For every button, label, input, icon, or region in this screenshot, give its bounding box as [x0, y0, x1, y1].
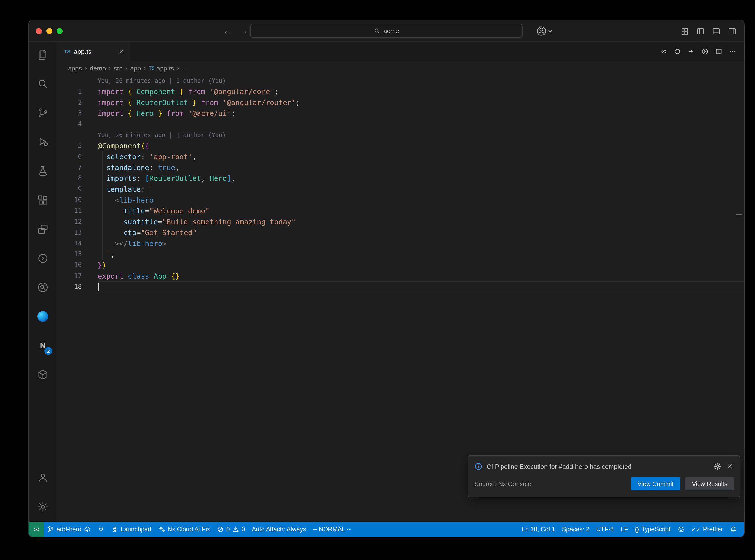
sidebar-item-edge-tools[interactable]: [28, 304, 57, 329]
sidebar-item-code-search[interactable]: [28, 275, 57, 300]
open-changes-icon[interactable]: [660, 47, 667, 55]
breadcrumb-item[interactable]: …: [182, 64, 188, 72]
sidebar-item-gitlens[interactable]: [28, 245, 57, 271]
code-line-text: <lib-hero: [98, 195, 744, 205]
formatter-status[interactable]: ✓✓ Prettier: [688, 522, 727, 537]
code-line[interactable]: 8 imports: [RouterOutlet, Hero],: [57, 173, 744, 184]
code-line[interactable]: 4: [57, 119, 744, 129]
sidebar-item-nx-console[interactable]: N 2: [28, 333, 57, 358]
customize-layout-icon[interactable]: [680, 27, 689, 35]
notifications-status[interactable]: [727, 522, 740, 537]
code-line[interactable]: 3import { Hero } from '@acme/ui';: [57, 108, 744, 119]
navigate-back-button[interactable]: ←: [223, 26, 232, 36]
navigate-forward-button[interactable]: →: [240, 26, 248, 36]
sidebar-item-remote-windows[interactable]: [28, 216, 57, 242]
breadcrumb-item[interactable]: app: [130, 64, 141, 72]
toggle-secondary-sidebar-icon[interactable]: [728, 27, 736, 35]
command-center-search[interactable]: acme: [250, 24, 523, 38]
breadcrumb-item[interactable]: demo: [90, 64, 106, 72]
sidebar-item-source-control[interactable]: [28, 100, 57, 126]
breadcrumb-item[interactable]: src: [114, 64, 122, 72]
code-line[interactable]: 18: [57, 281, 744, 292]
code-line[interactable]: 2import { RouterOutlet } from '@angular/…: [57, 97, 744, 108]
auto-attach-label: Auto Attach: Always: [252, 526, 306, 533]
branch-status[interactable]: add-hero: [44, 522, 94, 537]
code-line[interactable]: 10 <lib-hero: [57, 195, 744, 205]
code-line[interactable]: 15 `,: [57, 249, 744, 260]
cursor-position-status[interactable]: Ln 18, Col 1: [518, 522, 558, 537]
remote-indicator[interactable]: ><: [28, 522, 44, 537]
line-number: 17: [57, 271, 82, 281]
run-debug-icon: [37, 136, 48, 148]
blame-lens-text: You, 26 minutes ago | 1 author (You): [98, 75, 744, 86]
language-mode-status[interactable]: {} TypeScript: [631, 522, 674, 537]
close-window-button[interactable]: [36, 28, 42, 34]
close-tab-icon[interactable]: [117, 47, 125, 55]
notification-settings-icon[interactable]: [714, 462, 721, 470]
code-line[interactable]: 17export class App {}: [57, 271, 744, 281]
code-line[interactable]: 14 ></lib-hero>: [57, 238, 744, 249]
feedback-smiley-icon: [677, 526, 684, 533]
code-line[interactable]: 7 standalone: true,: [57, 162, 744, 173]
breadcrumb-item[interactable]: apps: [68, 64, 82, 72]
blame-lens-row[interactable]: You, 26 minutes ago | 1 author (You): [57, 129, 744, 140]
minimize-window-button[interactable]: [46, 28, 52, 34]
nx-icon: N: [40, 341, 45, 350]
run-file-icon[interactable]: [688, 47, 695, 55]
eol-status[interactable]: LF: [617, 522, 631, 537]
toggle-blame-icon[interactable]: [674, 47, 681, 55]
code-editor[interactable]: You, 26 minutes ago | 1 author (You)1imp…: [57, 75, 744, 522]
info-icon: [474, 462, 482, 470]
sidebar-item-containers[interactable]: [28, 362, 57, 387]
blame-lens-row[interactable]: You, 26 minutes ago | 1 author (You): [57, 75, 744, 86]
line-number: 18: [57, 281, 82, 292]
auto-attach-status[interactable]: Auto Attach: Always: [249, 522, 310, 537]
split-editor-icon[interactable]: [715, 47, 722, 55]
launchpad-status[interactable]: Launchpad: [108, 522, 155, 537]
error-count: 0: [226, 526, 230, 533]
encoding-status[interactable]: UTF-8: [593, 522, 617, 537]
ports-status[interactable]: [94, 522, 108, 537]
title-bar: ← → acme: [28, 20, 744, 42]
sidebar-item-run-debug[interactable]: [28, 129, 57, 155]
tab-app-ts[interactable]: TS app.ts: [57, 42, 130, 61]
code-line[interactable]: 9 template: `: [57, 184, 744, 195]
view-commit-button[interactable]: View Commit: [631, 477, 680, 491]
extensions-icon: [37, 194, 48, 206]
vscode-window: ← → acme: [28, 20, 744, 537]
sidebar-item-search[interactable]: [28, 71, 57, 97]
sidebar-item-explorer[interactable]: [28, 42, 57, 67]
zoom-window-button[interactable]: [57, 28, 63, 34]
more-actions-icon[interactable]: [729, 47, 736, 55]
code-line[interactable]: 1import { Component } from '@angular/cor…: [57, 86, 744, 97]
feedback-status[interactable]: [674, 522, 688, 537]
code-line[interactable]: 5@Component({: [57, 140, 744, 151]
sidebar-item-testing[interactable]: [28, 158, 57, 184]
notification-close-icon[interactable]: [726, 462, 734, 470]
toggle-primary-sidebar-icon[interactable]: [696, 27, 705, 35]
accounts-button[interactable]: [28, 465, 57, 491]
toggle-panel-icon[interactable]: [712, 27, 720, 35]
breadcrumb-item[interactable]: app.ts: [157, 64, 174, 72]
line-number: 6: [57, 151, 82, 162]
braces-icon: {}: [635, 526, 639, 533]
code-line-text: cta="Get Started": [98, 227, 744, 238]
files-icon: [37, 49, 48, 61]
view-results-button[interactable]: View Results: [686, 477, 734, 491]
code-line[interactable]: 6 selector: 'app-root',: [57, 151, 744, 162]
sidebar-item-extensions[interactable]: [28, 187, 57, 213]
problems-status[interactable]: 0 0: [214, 522, 249, 537]
nx-cloud-status[interactable]: Nx Cloud AI Fix: [155, 522, 214, 537]
sparkle-icon: [158, 526, 165, 533]
code-line[interactable]: 12 subtitle="Build something amazing tod…: [57, 216, 744, 227]
indentation-status[interactable]: Spaces: 2: [558, 522, 593, 537]
code-line[interactable]: 11 title="Welcmoe demo": [57, 205, 744, 216]
run-code-icon[interactable]: [701, 47, 709, 55]
code-line[interactable]: 16}): [57, 260, 744, 271]
plug-icon: [98, 526, 104, 533]
profile-button[interactable]: [537, 20, 552, 42]
code-line[interactable]: 13 cta="Get Started": [57, 227, 744, 238]
vim-mode-status: -- NORMAL --: [310, 522, 354, 537]
settings-button[interactable]: [28, 494, 57, 520]
window-controls: [36, 20, 63, 42]
